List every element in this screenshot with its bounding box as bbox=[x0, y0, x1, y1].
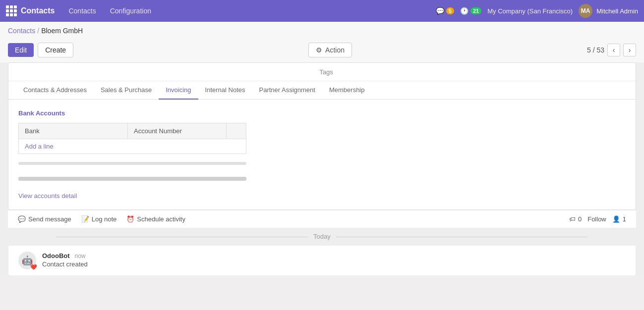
action-col-header bbox=[227, 123, 246, 139]
avatar: MA bbox=[579, 4, 592, 18]
view-accounts-detail: View accounts detail bbox=[8, 190, 636, 209]
message-row: 🤖 ❤️ OdooBot now Contact created bbox=[8, 245, 636, 276]
message-text: Contact created bbox=[42, 260, 626, 268]
bank-accounts-title: Bank Accounts bbox=[18, 109, 626, 117]
nav-contacts[interactable]: Contacts bbox=[62, 4, 102, 18]
gear-icon: ⚙ bbox=[316, 46, 322, 54]
user-menu[interactable]: MA Mitchell Admin bbox=[579, 4, 638, 18]
toolbar: Edit Create ⚙ Action 5 / 53 ‹ › bbox=[0, 40, 644, 62]
progress-area bbox=[8, 162, 636, 190]
tab-partner[interactable]: Partner Assignment bbox=[252, 81, 322, 100]
breadcrumb: Contacts / Bloem GmbH bbox=[0, 22, 644, 40]
breadcrumb-parent[interactable]: Contacts bbox=[8, 27, 35, 35]
chat-icon: 💬 bbox=[18, 215, 26, 223]
tab-membership[interactable]: Membership bbox=[322, 81, 372, 100]
prev-button[interactable]: ‹ bbox=[607, 44, 620, 56]
nav-configuration[interactable]: Configuration bbox=[104, 4, 157, 18]
create-button[interactable]: Create bbox=[38, 43, 73, 57]
follow-button[interactable]: Follow bbox=[587, 215, 606, 223]
clock-icon: ⏰ bbox=[126, 215, 134, 223]
likes-button[interactable]: 🏷 0 bbox=[569, 215, 582, 223]
form-wrapper: Tags Contacts & Addresses Sales & Purcha… bbox=[8, 62, 636, 276]
bot-avatar: 🤖 ❤️ bbox=[18, 252, 36, 269]
tags-row: Tags bbox=[8, 63, 636, 81]
send-message-button[interactable]: 💬 Send message bbox=[18, 215, 71, 223]
log-note-button[interactable]: 📝 Log note bbox=[81, 215, 117, 223]
clock-icon: 🕐 bbox=[460, 7, 468, 15]
bank-table: Bank Account Number Add a line bbox=[18, 123, 246, 154]
person-icon: 👤 bbox=[612, 215, 620, 223]
chat-icon: 💬 bbox=[436, 7, 444, 15]
progress-line-2 bbox=[18, 177, 246, 181]
app-name: Contacts bbox=[21, 6, 55, 15]
followers-button[interactable]: 👤 1 bbox=[612, 215, 626, 223]
schedule-activity-button[interactable]: ⏰ Schedule activity bbox=[126, 215, 185, 223]
add-line-row[interactable]: Add a line bbox=[19, 139, 246, 154]
tab-contacts[interactable]: Contacts & Addresses bbox=[16, 81, 94, 100]
chatter-toolbar: 💬 Send message 📝 Log note ⏰ Schedule act… bbox=[8, 210, 636, 228]
tab-bar: Contacts & Addresses Sales & Purchase In… bbox=[8, 81, 636, 100]
account-col-header: Account Number bbox=[128, 123, 227, 139]
bank-accounts-section: Bank Accounts Bank Account Number Add a … bbox=[8, 100, 636, 162]
nav-links: Contacts Configuration bbox=[62, 4, 157, 18]
tab-sales[interactable]: Sales & Purchase bbox=[94, 81, 159, 100]
note-icon: 📝 bbox=[81, 215, 89, 223]
message-content: OdooBot now Contact created bbox=[42, 252, 626, 269]
tab-invoicing[interactable]: Invoicing bbox=[159, 81, 198, 100]
bot-heart-icon: ❤️ bbox=[30, 264, 37, 270]
messages-badge: 5 bbox=[446, 7, 454, 14]
form-card: Tags Contacts & Addresses Sales & Purcha… bbox=[8, 62, 636, 210]
pagination: 5 / 53 ‹ › bbox=[587, 44, 636, 56]
nav-right: 💬 5 🕐 21 My Company (San Francisco) MA M… bbox=[436, 4, 638, 18]
tab-notes[interactable]: Internal Notes bbox=[198, 81, 252, 100]
action-label: Action bbox=[325, 46, 345, 54]
chatter-right: 🏷 0 Follow 👤 1 bbox=[569, 215, 626, 223]
user-name: Mitchell Admin bbox=[596, 7, 638, 15]
breadcrumb-current: Bloem GmbH bbox=[41, 27, 83, 35]
message-author: OdooBot bbox=[42, 252, 70, 259]
edit-button[interactable]: Edit bbox=[8, 43, 34, 57]
grid-icon bbox=[6, 5, 17, 16]
top-navigation: Contacts Contacts Configuration 💬 5 🕐 21… bbox=[0, 0, 644, 22]
activity-button[interactable]: 🕐 21 bbox=[460, 7, 481, 15]
tag-icon: 🏷 bbox=[569, 215, 576, 223]
activity-badge: 21 bbox=[470, 7, 481, 14]
messages-button[interactable]: 💬 5 bbox=[436, 7, 454, 15]
main-content: Tags Contacts & Addresses Sales & Purcha… bbox=[0, 62, 644, 276]
tags-label: Tags bbox=[319, 68, 333, 76]
pagination-info: 5 / 53 bbox=[587, 46, 604, 54]
action-button[interactable]: ⚙ Action bbox=[308, 43, 352, 57]
date-separator: Today bbox=[8, 228, 636, 245]
app-logo[interactable]: Contacts bbox=[6, 5, 55, 16]
add-line-label[interactable]: Add a line bbox=[25, 143, 54, 150]
bank-col-header: Bank bbox=[19, 123, 128, 139]
next-button[interactable]: › bbox=[623, 44, 636, 56]
breadcrumb-separator: / bbox=[37, 27, 39, 35]
company-name: My Company (San Francisco) bbox=[487, 7, 573, 15]
view-accounts-link[interactable]: View accounts detail bbox=[18, 192, 77, 200]
message-time: now bbox=[74, 253, 85, 259]
progress-line-1 bbox=[18, 162, 246, 165]
